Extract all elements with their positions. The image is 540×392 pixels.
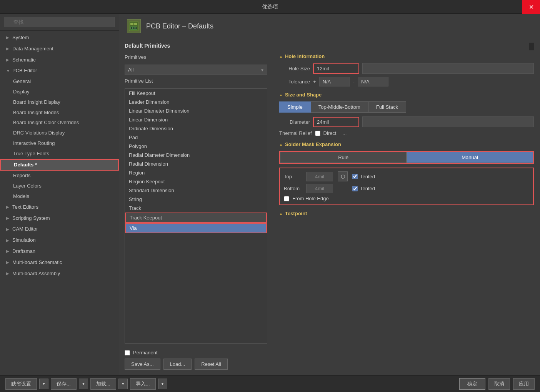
sidebar-item-mba[interactable]: ▶ Multi-board Assembly [0, 268, 119, 279]
primitive-list[interactable]: Fill Keepout Leader Dimension Linear Dia… [125, 88, 267, 344]
svg-point-5 [133, 27, 135, 29]
reset-all-button[interactable]: Reset All [195, 359, 227, 370]
thermal-relief-checkbox[interactable] [315, 131, 320, 136]
permanent-checkbox[interactable] [125, 350, 130, 355]
primitives-panel: Default Primitives Primitives All ▼ Prim… [119, 37, 273, 375]
page-title: PCB Editor – Defaults [146, 22, 213, 30]
sidebar-item-general[interactable]: General [0, 76, 119, 87]
solder-mask-header: Solder Mask Expansion [279, 141, 534, 147]
bottom-value-input[interactable] [306, 184, 333, 193]
hole-section-title: Hole information [285, 53, 325, 59]
primitives-dropdown[interactable]: All [125, 65, 267, 75]
list-item-pad[interactable]: Pad [125, 133, 267, 142]
permanent-label: Permanent [133, 350, 158, 355]
ok-button[interactable]: 确定 [459, 378, 485, 390]
sidebar-item-models[interactable]: Models [0, 191, 119, 202]
list-item-string[interactable]: String [125, 195, 267, 204]
sidebar-item-pcb-editor[interactable]: ▼ PCB Editor [0, 65, 119, 76]
top-value-input[interactable] [306, 172, 333, 181]
list-item-linear-dia-dim[interactable]: Linear Diameter Dimension [125, 106, 267, 115]
default-settings-dropdown[interactable]: ▼ [39, 379, 48, 389]
link-icon-wrapper: ⬡ [338, 171, 348, 181]
expand-arrow-dm: ▶ [6, 46, 10, 52]
sidebar-item-display[interactable]: Display [0, 87, 119, 97]
solder-mask-title: Solder Mask Expansion [285, 141, 341, 147]
sidebar-item-reports[interactable]: Reports [0, 171, 119, 181]
link-button[interactable]: ⬡ [338, 171, 348, 181]
import-dropdown[interactable]: ▼ [158, 379, 167, 389]
sidebar-item-schematic[interactable]: ▶ Schematic [0, 55, 119, 66]
sidebar-child-bid-label: Board Insight Display [13, 99, 60, 105]
tented-section: Top ⬡ Tented Bottom [279, 168, 534, 205]
list-item-track-keepout[interactable]: Track Keepout [125, 213, 267, 223]
list-item-track[interactable]: Track [125, 204, 267, 213]
mask-btn-rule[interactable]: Rule [280, 152, 407, 163]
list-item-region[interactable]: Region [125, 168, 267, 177]
list-item-linear-dim[interactable]: Linear Dimension [125, 115, 267, 124]
sidebar-item-cam-editor[interactable]: ▶ CAM Editor [0, 224, 119, 235]
sidebar-child-lc-label: Layer Colors [13, 183, 42, 189]
content-header: PCB Editor – Defaults [119, 14, 540, 37]
thermal-relief-label: Thermal Relief [279, 130, 312, 136]
tolerance-minus-input[interactable] [358, 77, 388, 86]
sidebar-item-ss-label: Scripting System [12, 214, 50, 223]
sidebar-item-mbs[interactable]: ▶ Multi-board Schematic [0, 257, 119, 268]
sidebar-item-dm-label: Data Management [12, 45, 53, 53]
list-item-radial-dim[interactable]: Radial Dimension [125, 159, 267, 168]
diameter-input[interactable] [313, 117, 359, 127]
sidebar: 🔍 ▶ System ▶ Data Management ▶ Schematic… [0, 14, 119, 375]
main-container: 🔍 ▶ System ▶ Data Management ▶ Schematic… [0, 14, 540, 375]
sidebar-child-drc-label: DRC Violations Display [13, 130, 65, 136]
list-item-leader-dim[interactable]: Leader Dimension [125, 98, 267, 106]
search-input[interactable] [4, 17, 115, 27]
list-item-radial-dia-dim[interactable]: Radial Diameter Dimension [125, 151, 267, 159]
tolerance-plus-input[interactable] [319, 77, 350, 86]
shape-btn-tmb[interactable]: Top-Middle-Bottom [311, 101, 368, 113]
hole-size-row: Hole Size [279, 63, 534, 74]
top-tent-check: Tented [352, 174, 375, 179]
save-dropdown[interactable]: ▼ [79, 379, 88, 389]
default-settings-button[interactable]: 缺省设置 [5, 378, 37, 390]
sidebar-item-scripting[interactable]: ▶ Scripting System [0, 213, 119, 224]
sidebar-item-defaults[interactable]: Defaults * [0, 159, 119, 171]
save-button[interactable]: 保存... [51, 378, 77, 390]
load-bottom-button[interactable]: 加载... [90, 378, 116, 390]
list-item-via[interactable]: Via [125, 223, 267, 233]
bottom-tented-label: Tented [360, 186, 375, 191]
apply-button[interactable]: 应用 [513, 378, 535, 390]
sidebar-item-system[interactable]: ▶ System [0, 32, 119, 43]
sidebar-child-ir-label: Interactive Routing [13, 140, 55, 146]
sidebar-item-board-insight-display[interactable]: Board Insight Display [0, 97, 119, 108]
shape-btn-simple[interactable]: Simple [279, 101, 311, 113]
bottom-controls: Permanent Save As... Load... Reset All [125, 347, 267, 370]
close-button[interactable]: ✕ [522, 0, 540, 14]
sidebar-item-board-insight-color[interactable]: Board Insight Color Overrides [0, 118, 119, 128]
sidebar-item-drc[interactable]: DRC Violations Display [0, 128, 119, 138]
sidebar-item-true-type-fonts[interactable]: True Type Fonts [0, 149, 119, 159]
sidebar-item-data-management[interactable]: ▶ Data Management [0, 43, 119, 55]
list-item-std-dim[interactable]: Standard Dimension [125, 186, 267, 195]
list-item-ordinate-dim[interactable]: Ordinate Dimension [125, 124, 267, 133]
load-button[interactable]: Load... [163, 359, 192, 370]
mask-btn-manual[interactable]: Manual [407, 152, 533, 163]
save-as-button[interactable]: Save As... [125, 359, 160, 370]
list-item-fill-keepout[interactable]: Fill Keepout [125, 89, 267, 98]
list-item-polygon[interactable]: Polygon [125, 142, 267, 151]
sidebar-item-simulation[interactable]: ▶ Simulation [0, 235, 119, 246]
bottom-tented-checkbox[interactable] [352, 186, 358, 191]
sidebar-item-draftsman[interactable]: ▶ Draftsman [0, 246, 119, 257]
expand-arrow-cam: ▶ [6, 226, 10, 233]
top-tented-checkbox[interactable] [352, 174, 358, 179]
from-hole-edge-checkbox[interactable] [284, 196, 289, 201]
import-button[interactable]: 导入... [130, 378, 156, 390]
from-hole-edge-label: From Hole Edge [292, 196, 329, 201]
sidebar-item-board-insight-modes[interactable]: Board Insight Modes [0, 108, 119, 118]
hole-size-input[interactable] [313, 63, 359, 74]
shape-btn-fullstack[interactable]: Full Stack [368, 101, 406, 113]
sidebar-item-text-editors[interactable]: ▶ Text Editors [0, 202, 119, 213]
sidebar-item-layer-colors[interactable]: Layer Colors [0, 181, 119, 191]
cancel-button[interactable]: 取消 [488, 378, 510, 390]
load-dropdown[interactable]: ▼ [118, 379, 128, 389]
sidebar-item-interactive-routing[interactable]: Interactive Routing [0, 138, 119, 149]
list-item-region-keepout[interactable]: Region Keepout [125, 177, 267, 186]
